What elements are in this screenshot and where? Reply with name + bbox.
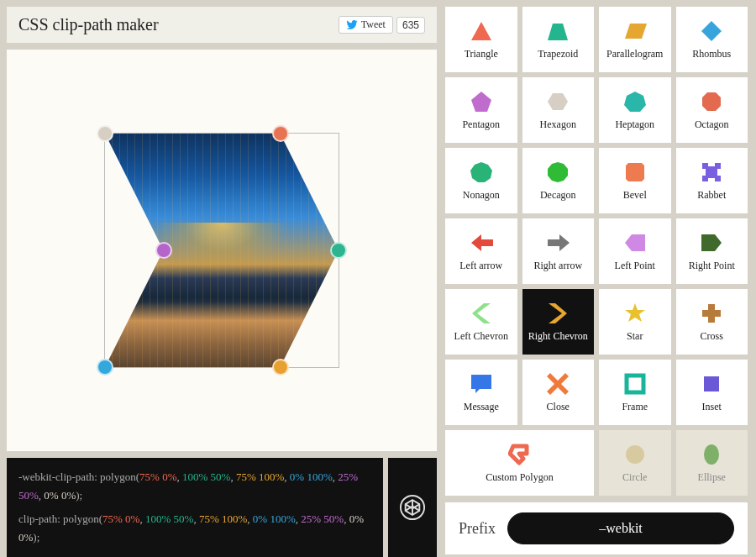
shape-tile-parallelogram[interactable]: Parallelogram: [599, 7, 671, 72]
shape-tile-right-point[interactable]: Right Point: [676, 218, 748, 284]
handle-top-right[interactable]: [272, 125, 289, 142]
right-point-icon: [700, 231, 723, 255]
shape-tile-star[interactable]: Star: [599, 289, 671, 355]
shape-tile-left-point[interactable]: Left Point: [599, 218, 671, 284]
svg-marker-6: [548, 93, 568, 110]
shape-tile-cross[interactable]: Cross: [676, 289, 748, 355]
nonagon-icon: [470, 160, 493, 184]
shape-tile-triangle[interactable]: Triangle: [445, 7, 517, 72]
shape-tile-left-chevron[interactable]: Left Chevron: [445, 289, 517, 355]
custom-polygon-icon: [508, 443, 532, 466]
clip-canvas: [7, 50, 437, 451]
code-line-webkit: -webkit-clip-path: polygon(75% 0%, 100% …: [18, 468, 371, 505]
tweet-button[interactable]: Tweet: [339, 16, 393, 34]
shape-tile-heptagon[interactable]: Heptagon: [599, 77, 671, 143]
left-chevron-icon: [470, 302, 493, 325]
decagon-icon: [546, 160, 570, 184]
shape-tile-frame[interactable]: Frame: [599, 360, 671, 425]
svg-marker-3: [625, 24, 647, 39]
svg-marker-18: [549, 303, 567, 323]
shape-label: Hexagon: [540, 118, 576, 131]
header: CSS clip-path maker Tweet 635: [7, 7, 437, 43]
handle-right-mid[interactable]: [330, 242, 347, 259]
shape-tile-nonagon[interactable]: Nonagon: [445, 148, 517, 213]
heptagon-icon: [623, 90, 647, 113]
prefix-value[interactable]: –webkit: [507, 512, 734, 544]
shape-label: Trapezoid: [538, 48, 578, 60]
ellipse-icon: [700, 443, 723, 466]
shape-label: Close: [547, 401, 570, 413]
shape-label: Cross: [701, 330, 723, 343]
shape-tile-close[interactable]: Close: [522, 360, 595, 425]
demo-frame: [104, 133, 339, 368]
svg-marker-14: [548, 234, 570, 251]
shape-tile-bevel[interactable]: Bevel: [599, 148, 671, 213]
code-line-standard: clip-path: polygon(75% 0%, 100% 50%, 75%…: [18, 510, 371, 547]
hexagon-icon: [546, 90, 570, 113]
shape-tile-trapezoid[interactable]: Trapezoid: [522, 7, 595, 72]
page-title: CSS clip-path maker: [18, 15, 159, 34]
shape-label: Pentagon: [462, 118, 500, 131]
tweet-widget: Tweet 635: [339, 16, 425, 34]
right-arrow-icon: [546, 231, 570, 255]
handle-bottom-left[interactable]: [97, 359, 113, 376]
shape-tile-inset[interactable]: Inset: [676, 360, 748, 425]
shape-tile-pentagon[interactable]: Pentagon: [445, 77, 517, 143]
circle-icon: [623, 443, 647, 466]
svg-marker-11: [626, 163, 644, 181]
frame-icon: [623, 372, 647, 396]
handle-top-left[interactable]: [97, 125, 113, 142]
svg-marker-4: [701, 21, 722, 41]
svg-marker-10: [548, 162, 568, 182]
shape-tile-rhombus[interactable]: Rhombus: [676, 7, 748, 72]
shape-label: Decagon: [540, 189, 576, 202]
handle-left-mid[interactable]: [155, 242, 172, 259]
shape-tile-right-arrow[interactable]: Right arrow: [522, 218, 595, 284]
svg-marker-9: [470, 162, 492, 182]
svg-marker-13: [471, 234, 493, 251]
shape-label: Left arrow: [459, 260, 502, 272]
shape-label: Star: [627, 330, 643, 343]
left-point-icon: [623, 231, 647, 255]
prefix-label: Prefix: [459, 520, 496, 538]
code-output[interactable]: -webkit-clip-path: polygon(75% 0%, 100% …: [7, 458, 383, 557]
shape-tile-right-chevron[interactable]: Right Chevron: [522, 289, 595, 355]
shape-tile-octagon[interactable]: Octagon: [676, 77, 748, 143]
octagon-icon: [700, 90, 723, 113]
trapezoid-icon: [546, 19, 570, 43]
shape-label: Nonagon: [463, 189, 500, 202]
svg-point-24: [704, 444, 719, 465]
shape-tile-hexagon[interactable]: Hexagon: [522, 77, 595, 143]
svg-marker-2: [548, 24, 568, 40]
shape-label: Parallelogram: [606, 48, 663, 60]
shape-label: Right arrow: [533, 260, 582, 272]
shape-label: Left Point: [615, 260, 655, 272]
rhombus-icon: [700, 19, 723, 43]
tweet-label: Tweet: [361, 18, 386, 31]
bevel-icon: [623, 160, 647, 184]
shape-label: Ellipse: [698, 471, 726, 484]
codepen-icon: [399, 494, 426, 521]
shape-tile-custom-polygon[interactable]: Custom Polygon: [445, 430, 594, 496]
shape-label: Message: [464, 401, 499, 413]
shape-tile-left-arrow[interactable]: Left arrow: [445, 218, 517, 284]
shape-label: Rhombus: [692, 48, 731, 60]
shape-tile-decagon[interactable]: Decagon: [522, 148, 595, 213]
clipped-image: [105, 134, 339, 367]
codepen-button[interactable]: [388, 458, 437, 557]
rabbet-icon: [700, 160, 723, 184]
shape-tile-rabbet[interactable]: Rabbet: [676, 148, 748, 213]
triangle-icon: [470, 19, 493, 43]
handle-bottom-right[interactable]: [272, 359, 289, 376]
shape-label: Rabbet: [697, 189, 726, 202]
shape-label: Heptagon: [615, 118, 654, 131]
shape-label: Frame: [622, 401, 648, 413]
shape-label: Circle: [622, 471, 647, 484]
shape-tile-circle: Circle: [599, 430, 671, 496]
twitter-icon: [346, 20, 358, 29]
shape-tile-message[interactable]: Message: [445, 360, 517, 425]
shape-label: Custom Polygon: [486, 471, 553, 484]
message-icon: [470, 372, 493, 396]
shape-label: Inset: [702, 401, 722, 413]
pentagon-icon: [470, 90, 493, 113]
